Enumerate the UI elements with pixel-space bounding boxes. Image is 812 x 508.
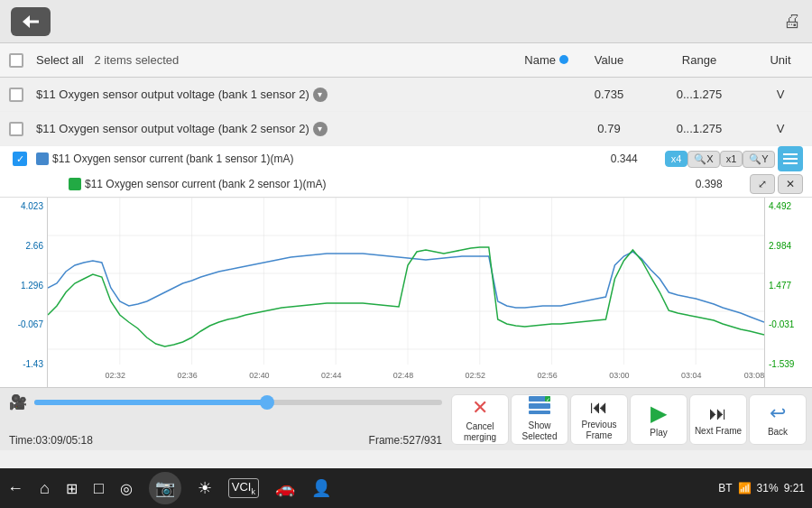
chart-main: 02:32 02:36 02:40 02:44 02:48 02:52 02:5…	[47, 198, 765, 387]
range-col-header: Range	[650, 53, 749, 67]
back-playback-label: Back	[768, 427, 788, 437]
previous-frame-button[interactable]: ⏮ PreviousFrame	[570, 394, 628, 445]
content-area: Select all 2 items selected Name Value R…	[0, 43, 812, 468]
playback-info: Time:03:09/05:18 Frame:527/931	[9, 434, 442, 447]
close-chart-btn[interactable]: ✕	[778, 174, 803, 194]
next-frame-button[interactable]: ⏭ Next Frame	[689, 394, 747, 445]
vci-icon[interactable]: VCIk	[228, 478, 259, 498]
unit-col-header: Unit	[749, 53, 812, 67]
col-name-header: Select all 2 items selected Name	[32, 53, 568, 67]
cancel-label: Cancelmerging	[464, 421, 496, 443]
series2-value: 0.398	[669, 178, 750, 190]
zoom-x-btn[interactable]: 🔍X	[687, 151, 719, 168]
cancel-icon: ✕	[472, 396, 488, 420]
select-all-checkbox[interactable]	[9, 53, 23, 68]
camera-icon[interactable]: 📷	[149, 472, 181, 504]
chart-legend-row1: $11 Oxygen sensor current (bank 1 sensor…	[0, 146, 812, 171]
video-icon: 🎥	[9, 393, 27, 411]
svg-text:02:36: 02:36	[177, 371, 197, 380]
chart-controls2: ⤢ ✕	[750, 174, 803, 194]
cancel-merging-button[interactable]: ✕ Cancelmerging	[451, 394, 509, 445]
svg-text:02:44: 02:44	[321, 371, 341, 380]
back-playback-button[interactable]: ↩ Back	[749, 394, 807, 445]
time-display: Time:03:09/05:18	[9, 434, 93, 447]
row1-range: 0...1.275	[650, 88, 749, 101]
name-col-label: Name	[524, 53, 556, 67]
x4-btn[interactable]: x4	[665, 151, 688, 167]
header-right: 🖨	[783, 11, 801, 32]
row2-name: $11 Oxygen sensor output voltage (bank 2…	[32, 122, 568, 136]
wifi-icon: 📶	[738, 482, 752, 494]
svg-rect-4	[783, 162, 798, 164]
browser-icon[interactable]: ◎	[120, 480, 133, 497]
show-selected-button[interactable]: ✓ ShowSelected	[511, 394, 568, 445]
svg-text:03:08: 03:08	[744, 371, 764, 380]
zoom-y-btn[interactable]: 🔍Y	[743, 151, 774, 168]
x1-btn[interactable]: x1	[720, 151, 743, 167]
svg-rect-31	[529, 411, 550, 414]
svg-text:02:56: 02:56	[537, 371, 557, 380]
slider-row: 🎥	[9, 393, 442, 411]
svg-text:02:40: 02:40	[249, 371, 269, 380]
svg-text:03:00: 03:00	[609, 371, 629, 380]
series2-color	[69, 178, 81, 190]
chart-legend-row2: $11 Oxygen sensor current (bank 2 sensor…	[0, 171, 812, 197]
series1-check[interactable]	[4, 152, 36, 166]
row1-unit: V	[749, 88, 812, 101]
playback-buttons: ✕ Cancelmerging ✓ ShowSelected	[451, 388, 812, 450]
svg-text:03:04: 03:04	[681, 371, 701, 380]
chart-svg: 02:32 02:36 02:40 02:44 02:48 02:52 02:5…	[48, 198, 764, 387]
next-frame-icon: ⏭	[709, 403, 727, 424]
clock: 9:21	[784, 482, 805, 494]
svg-text:02:52: 02:52	[466, 371, 485, 380]
show-selected-icon: ✓	[529, 396, 550, 419]
svg-text:✓: ✓	[546, 397, 550, 402]
y-axis-left: 4.023 2.66 1.296 -0.067 -1.43	[0, 198, 47, 387]
prev-frame-icon: ⏮	[590, 397, 608, 418]
series-menu-btn[interactable]	[778, 146, 803, 171]
system-bar: ← ⌂ ⊞ □ ◎ 📷 ☀ VCIk 🚗 👤 BT 📶 31% 9:21	[0, 468, 812, 508]
back-sys-icon[interactable]: ←	[7, 479, 23, 498]
svg-text:02:48: 02:48	[393, 371, 413, 380]
playback-left: 🎥 Time:03:09/05:18 Frame:527/931	[0, 388, 451, 450]
row1-info-icon[interactable]: ▾	[313, 88, 328, 102]
name-col-dot	[559, 53, 568, 67]
svg-text:02:32: 02:32	[106, 371, 125, 380]
selected-info: 2 items selected	[94, 53, 179, 67]
chart-controls: x4 🔍X x1 🔍Y	[665, 146, 803, 171]
row1-check[interactable]	[0, 88, 32, 102]
table-header: Select all 2 items selected Name Value R…	[0, 43, 812, 78]
print-icon[interactable]: 🖨	[783, 11, 801, 32]
select-all-check[interactable]	[0, 53, 32, 68]
app-layout: 🖨 Select all 2 items selected Name Value…	[0, 0, 812, 508]
brightness-icon[interactable]: ☀	[198, 478, 212, 498]
slider-fill	[34, 400, 267, 405]
row1-name: $11 Oxygen sensor output voltage (bank 1…	[32, 88, 568, 102]
window-icon[interactable]: □	[94, 479, 104, 498]
back-playback-icon: ↩	[770, 402, 786, 425]
y-axis-right: 4.492 2.984 1.477 -0.031 -1.539	[765, 198, 812, 387]
row2-check[interactable]	[0, 122, 32, 136]
frame-display: Frame:527/931	[369, 434, 442, 447]
playback-slider[interactable]	[34, 400, 442, 405]
expand-btn[interactable]: ⤢	[750, 174, 775, 194]
table-row: $11 Oxygen sensor output voltage (bank 2…	[0, 112, 812, 146]
user-icon[interactable]: 👤	[311, 478, 331, 498]
series1-checkbox[interactable]	[13, 152, 27, 166]
series1-label: $11 Oxygen sensor current (bank 1 sensor…	[52, 152, 584, 165]
play-button[interactable]: ▶ Play	[630, 394, 687, 445]
row2-info-icon[interactable]: ▾	[313, 122, 328, 136]
car-icon[interactable]: 🚗	[275, 478, 295, 498]
row1-checkbox[interactable]	[9, 88, 23, 102]
row2-range: 0...1.275	[650, 122, 749, 135]
battery-status: 31%	[757, 482, 779, 494]
next-frame-label: Next Frame	[695, 426, 742, 436]
apps-icon[interactable]: ⊞	[66, 480, 78, 497]
back-button[interactable]	[11, 7, 51, 36]
home-icon[interactable]: ⌂	[40, 479, 50, 498]
play-icon: ▶	[651, 401, 667, 426]
select-all-label: Select all	[36, 53, 84, 67]
row2-unit: V	[749, 122, 812, 135]
row2-checkbox[interactable]	[9, 122, 23, 136]
header: 🖨	[0, 0, 812, 43]
